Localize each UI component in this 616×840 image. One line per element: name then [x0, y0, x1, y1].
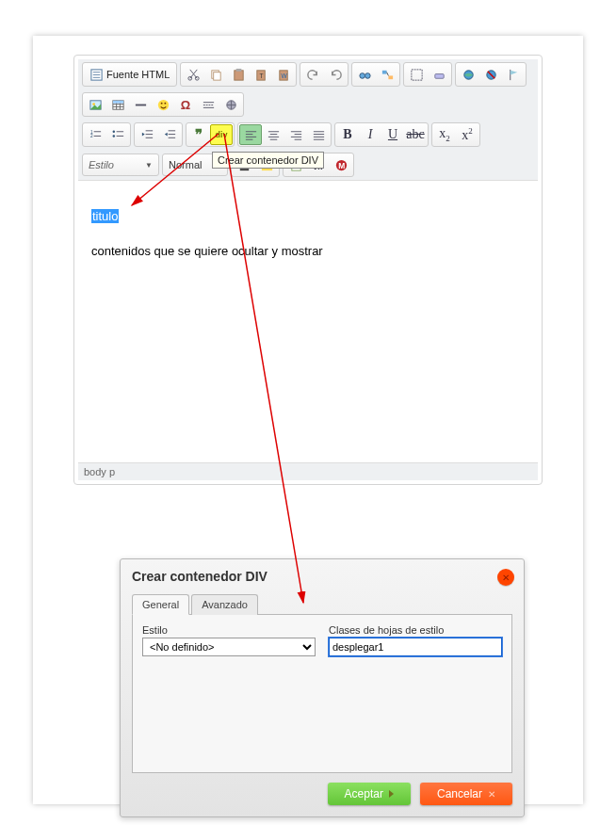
binoculars-icon — [358, 68, 372, 82]
iframe-button[interactable] — [219, 94, 242, 115]
svg-rect-33 — [112, 100, 122, 103]
outdent-button[interactable] — [136, 124, 158, 145]
svg-text:W: W — [281, 73, 287, 79]
hr-button[interactable] — [129, 94, 152, 115]
svg-text:2: 2 — [89, 134, 92, 138]
subscript-button[interactable]: x2 — [433, 124, 456, 145]
underline-button[interactable]: U — [381, 124, 404, 145]
cut-button[interactable] — [182, 64, 204, 85]
svg-rect-19 — [388, 75, 393, 79]
undo-button[interactable] — [301, 64, 324, 85]
justifycenter-button[interactable] — [262, 124, 284, 145]
indent-icon — [163, 128, 177, 142]
justifyblock-button[interactable] — [307, 124, 330, 145]
paste-icon — [232, 68, 246, 82]
bold-button[interactable]: B — [336, 124, 359, 145]
find-button[interactable] — [353, 64, 376, 85]
moodle-button[interactable]: M — [330, 154, 352, 175]
italic-button[interactable]: I — [359, 124, 381, 145]
selectall-button[interactable] — [405, 64, 428, 85]
pagebreak-button[interactable] — [197, 94, 219, 115]
redo-icon — [329, 68, 343, 82]
ol-icon: 12 — [89, 128, 103, 142]
svg-point-37 — [164, 102, 166, 104]
x-icon: ✕ — [488, 789, 495, 800]
style-combo-label: Estilo — [89, 159, 114, 170]
elements-path[interactable]: body p — [84, 466, 115, 477]
ok-button[interactable]: Aceptar — [328, 783, 411, 805]
paste-word-button[interactable]: W — [272, 64, 295, 85]
removeformat-button[interactable] — [428, 64, 450, 85]
dialog-body: Estilo <No definido> Clases de hojas de … — [132, 615, 512, 773]
style-select[interactable]: <No definido> — [142, 638, 316, 656]
italic-icon: I — [368, 127, 373, 142]
div-icon: div — [215, 130, 227, 139]
hr-icon — [134, 98, 148, 112]
selected-text: titulo — [91, 209, 119, 223]
ok-label: Aceptar — [345, 787, 383, 800]
editor-status-bar: body p — [78, 462, 538, 480]
table-button[interactable] — [106, 94, 129, 115]
strike-button[interactable]: abc — [404, 124, 427, 145]
subscript-icon: x2 — [439, 126, 450, 143]
align-center-icon — [267, 128, 281, 142]
replace-icon — [381, 68, 395, 82]
bold-icon: B — [343, 127, 351, 142]
replace-button[interactable] — [376, 64, 398, 85]
style-combo[interactable]: Estilo ▼ — [82, 153, 159, 176]
class-input[interactable] — [329, 638, 502, 656]
flag-icon — [507, 68, 521, 82]
specialchar-button[interactable]: Ω — [174, 94, 197, 115]
svg-text:M: M — [338, 161, 345, 170]
justifyright-button[interactable] — [284, 124, 307, 145]
chevron-down-icon: ▼ — [145, 161, 153, 170]
dialog-tabs: General Avanzado — [132, 593, 512, 615]
creatediv-button[interactable]: div — [210, 124, 233, 145]
eraser-icon — [432, 68, 446, 82]
source-button[interactable]: Fuente HTML — [84, 64, 175, 85]
redo-button[interactable] — [324, 64, 347, 85]
dialog-close-button[interactable]: ✕ — [497, 569, 514, 586]
svg-point-48 — [112, 130, 114, 132]
scissors-icon — [186, 68, 201, 82]
svg-text:T: T — [259, 73, 263, 79]
ckeditor-panel: Fuente HTML T W — [73, 55, 543, 485]
paste-word-icon: W — [277, 68, 291, 82]
anchor-button[interactable] — [502, 64, 525, 85]
unlink-button[interactable] — [479, 64, 502, 85]
creatediv-dialog: Crear contenedor DIV ✕ General Avanzado … — [120, 558, 525, 817]
ul-icon — [111, 128, 125, 142]
format-combo-label: Normal — [169, 159, 202, 170]
select-all-icon — [410, 68, 424, 82]
editor-content-area[interactable]: titulo contenidos que se quiere ocultar … — [78, 180, 538, 462]
cancel-button[interactable]: Cancelar ✕ — [420, 783, 512, 805]
table-icon — [111, 98, 125, 112]
justifyleft-button[interactable] — [239, 124, 262, 145]
indent-button[interactable] — [158, 124, 181, 145]
globe-unlink-icon — [484, 68, 498, 82]
link-button[interactable] — [457, 64, 479, 85]
underline-icon: U — [388, 127, 397, 142]
bulletedlist-button[interactable] — [106, 124, 129, 145]
superscript-button[interactable]: x2 — [456, 124, 478, 145]
source-label: Fuente HTML — [106, 69, 170, 80]
editor-toolbar: Fuente HTML T W — [78, 59, 538, 180]
paste-button[interactable] — [227, 64, 250, 85]
blockquote-button[interactable]: ❞ — [187, 124, 210, 145]
tab-advanced[interactable]: Avanzado — [191, 594, 258, 615]
tab-general[interactable]: General — [132, 594, 189, 615]
strike-icon: abc — [406, 127, 424, 142]
smiley-button[interactable] — [152, 94, 174, 115]
copy-button[interactable] — [204, 64, 227, 85]
svg-rect-18 — [382, 70, 387, 73]
svg-point-35 — [157, 99, 168, 109]
paste-text-button[interactable]: T — [250, 64, 272, 85]
body-paragraph: contenidos que se quiere ocultar y mostr… — [91, 244, 525, 258]
style-field-label: Estilo — [142, 624, 316, 636]
svg-point-36 — [160, 102, 162, 104]
iframe-icon — [224, 98, 238, 112]
svg-rect-9 — [213, 72, 220, 79]
image-button[interactable] — [84, 94, 106, 115]
numberedlist-button[interactable]: 12 — [84, 124, 106, 145]
moodle-icon: M — [334, 158, 349, 172]
